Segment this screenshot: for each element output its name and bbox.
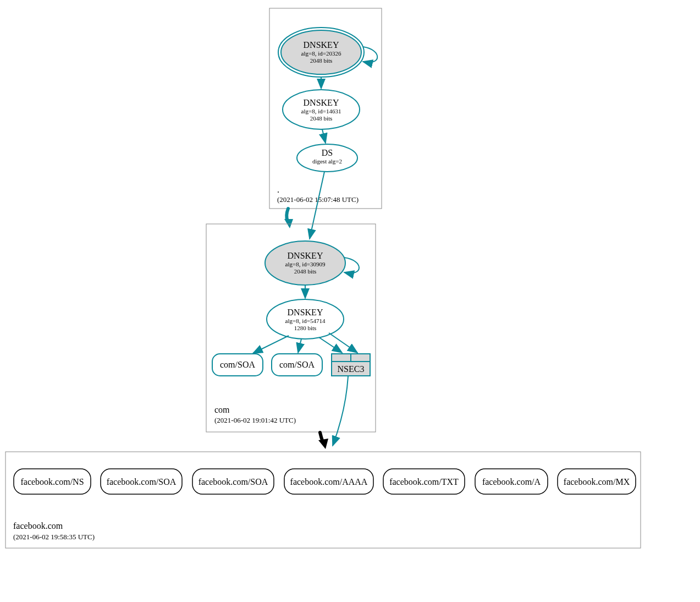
edge-com-zsk-soa1: [253, 336, 289, 353]
node-fb-a: facebook.com/A: [475, 469, 548, 494]
edge-root-zsk-ds: [322, 129, 326, 143]
zone-root-name: .: [277, 185, 279, 194]
svg-text:facebook.com/TXT: facebook.com/TXT: [389, 477, 459, 486]
node-fb-soa2: facebook.com/SOA: [192, 469, 274, 494]
svg-text:facebook.com/AAAA: facebook.com/AAAA: [290, 477, 368, 486]
svg-text:facebook.com/NS: facebook.com/NS: [20, 477, 84, 486]
zone-fb-ts: (2021-06-02 19:58:35 UTC): [13, 533, 95, 541]
svg-text:NSEC3: NSEC3: [338, 364, 365, 374]
node-root-zsk: DNSKEY alg=8, id=14631 2048 bits: [283, 90, 360, 129]
node-fb-ns: facebook.com/NS: [14, 469, 91, 494]
svg-rect-30: [5, 452, 641, 548]
svg-text:DS: DS: [322, 148, 333, 157]
zone-com-ts: (2021-06-02 19:01:42 UTC): [214, 416, 296, 424]
svg-text:2048 bits: 2048 bits: [310, 57, 333, 64]
zone-com: com (2021-06-02 19:01:42 UTC) DNSKEY alg…: [206, 224, 376, 432]
node-com-zsk: DNSKEY alg=8, id=54714 1280 bits: [267, 299, 344, 339]
node-com-nsec3: NSEC3: [332, 354, 370, 376]
svg-text:alg=8, id=20326: alg=8, id=20326: [301, 50, 341, 57]
node-fb-mx: facebook.com/MX: [558, 469, 636, 494]
edge-com-zsk-soa2: [298, 339, 301, 353]
svg-text:alg=8, id=14631: alg=8, id=14631: [301, 108, 341, 114]
svg-text:DNSKEY: DNSKEY: [288, 308, 323, 317]
node-fb-txt: facebook.com/TXT: [383, 469, 465, 494]
svg-text:DNSKEY: DNSKEY: [304, 40, 339, 50]
svg-text:facebook.com/SOA: facebook.com/SOA: [107, 477, 177, 486]
node-com-soa1: com/SOA: [212, 354, 263, 376]
svg-text:com/SOA: com/SOA: [220, 360, 255, 369]
svg-text:DNSKEY: DNSKEY: [304, 98, 339, 107]
dnssec-graph: . (2021-06-02 15:07:48 UTC) DNSKEY alg=8…: [0, 0, 700, 602]
node-fb-soa1: facebook.com/SOA: [101, 469, 182, 494]
node-com-ksk: DNSKEY alg=8, id=30909 2048 bits: [265, 241, 345, 285]
zone-root: . (2021-06-02 15:07:48 UTC) DNSKEY alg=8…: [269, 8, 382, 209]
svg-text:facebook.com/MX: facebook.com/MX: [564, 477, 630, 486]
svg-text:com/SOA: com/SOA: [279, 360, 315, 369]
edge-root-ksk-self: [363, 47, 377, 62]
svg-text:alg=8, id=54714: alg=8, id=54714: [285, 318, 326, 324]
node-fb-aaaa: facebook.com/AAAA: [284, 469, 373, 494]
edge-com-zsk-nsec3b: [329, 333, 357, 353]
svg-text:DNSKEY: DNSKEY: [288, 251, 323, 260]
zone-facebook: facebook.com (2021-06-02 19:58:35 UTC) f…: [5, 452, 641, 548]
svg-text:facebook.com/A: facebook.com/A: [482, 477, 541, 486]
svg-text:facebook.com/SOA: facebook.com/SOA: [199, 477, 268, 486]
edge-ds-comksk: [310, 172, 324, 239]
zone-com-name: com: [214, 405, 230, 414]
edge-com-ksk-self: [344, 258, 359, 273]
svg-text:2048 bits: 2048 bits: [310, 115, 333, 122]
node-root-ksk: DNSKEY alg=8, id=20326 2048 bits: [278, 28, 364, 77]
svg-text:digest alg=2: digest alg=2: [312, 158, 342, 165]
node-com-soa2: com/SOA: [272, 354, 322, 376]
svg-text:alg=8, id=30909: alg=8, id=30909: [285, 261, 326, 267]
svg-text:1280 bits: 1280 bits: [294, 325, 317, 331]
edge-nsec3-facebook: [333, 376, 348, 446]
node-root-ds: DS digest alg=2: [297, 144, 357, 172]
zone-fb-name: facebook.com: [13, 521, 63, 530]
svg-text:2048 bits: 2048 bits: [294, 268, 317, 275]
